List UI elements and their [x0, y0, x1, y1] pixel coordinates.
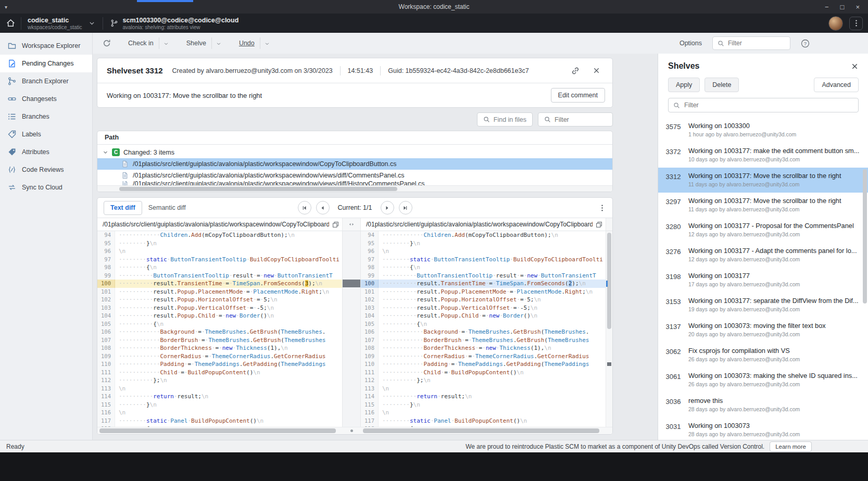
- code-text: ········static·Panel·BuildPopupContent()…: [379, 417, 527, 425]
- file-path: /01plastic/src/client/guiplastic/avaloni…: [133, 160, 397, 168]
- sidebar-item-labels[interactable]: Labels: [0, 125, 92, 143]
- options-button[interactable]: Options: [680, 40, 702, 47]
- code-review-icon: [8, 166, 16, 174]
- minimize-button[interactable]: −: [825, 3, 829, 11]
- sidebar-item-pending-changes[interactable]: Pending Changes: [0, 55, 92, 72]
- scrollbar-thumb[interactable]: [607, 233, 611, 329]
- sidebar-item-branch-explorer[interactable]: Branch Explorer: [0, 72, 92, 90]
- changed-files-card: Path C Changed: 3 items /01plastic/src/c…: [97, 131, 613, 192]
- first-diff-button[interactable]: [297, 201, 311, 214]
- undo-dropdown[interactable]: [260, 37, 274, 49]
- apply-shelve-button[interactable]: Apply: [668, 78, 700, 92]
- window-title: Workspace: codice_static: [0, 3, 868, 10]
- shelf-row-3036[interactable]: 3036remove this28 days ago by alvaro.ber…: [658, 393, 868, 417]
- close-shelveset-button[interactable]: [588, 63, 604, 79]
- tab-text-diff[interactable]: Text diff: [104, 201, 142, 215]
- shelf-row-3372[interactable]: 3372Working on 1003177: make the edit co…: [658, 143, 868, 168]
- line-number: 106: [97, 328, 115, 336]
- checkin-button[interactable]: Check in: [123, 36, 173, 50]
- refresh-button[interactable]: [99, 35, 115, 51]
- shelve-dropdown[interactable]: [211, 37, 225, 49]
- shelf-row-3061[interactable]: 3061Working on 1003073: making the shelv…: [658, 368, 868, 393]
- splitter-grip[interactable]: [342, 427, 361, 434]
- files-filter[interactable]: [538, 112, 613, 126]
- diff-left-horizontal-scrollbar[interactable]: [97, 427, 342, 434]
- shelf-title: remove this: [688, 396, 861, 404]
- next-diff-button[interactable]: [381, 201, 394, 214]
- line-number: 108: [361, 344, 379, 352]
- avatar[interactable]: [828, 16, 843, 31]
- expander-chevron-icon[interactable]: [103, 149, 108, 155]
- shelve-label: Shelve: [181, 36, 211, 50]
- shelf-row-3297[interactable]: 3297Working on 1003177: Move the scrollb…: [658, 193, 868, 218]
- sidebar-item-changesets[interactable]: Changesets: [0, 90, 92, 108]
- open-in-window-button[interactable]: [332, 221, 339, 228]
- line-number: 109: [361, 352, 379, 361]
- shelf-row-3153[interactable]: 3153Working on 1003177: separate the Dif…: [658, 293, 868, 318]
- edit-comment-button[interactable]: Edit comment: [551, 88, 605, 103]
- shelves-filter[interactable]: [668, 98, 859, 112]
- shelves-filter-input[interactable]: [684, 102, 853, 109]
- shelves-scrollbar[interactable]: [863, 164, 867, 438]
- delete-shelve-button[interactable]: Delete: [705, 78, 739, 92]
- shelf-row-3312[interactable]: 3312Working on 1003177: Move the scrollb…: [658, 168, 868, 193]
- tab-semantic-diff[interactable]: Semantic diff: [142, 201, 192, 215]
- checkin-dropdown[interactable]: [159, 37, 173, 49]
- find-in-files-button[interactable]: Find in files: [477, 112, 533, 126]
- scrollbar-thumb[interactable]: [99, 428, 336, 433]
- diff-line-108: 108············BorderThickness·=·new·Thi…: [97, 344, 342, 352]
- last-diff-button[interactable]: [399, 201, 412, 214]
- copy-link-button[interactable]: [568, 63, 583, 79]
- diff-vertical-scrollbar[interactable]: [606, 231, 612, 427]
- scrollbar-thumb[interactable]: [863, 169, 867, 303]
- changesets-icon: [8, 95, 16, 103]
- sidebar-item-attributes[interactable]: Attributes: [0, 143, 92, 161]
- file-row[interactable]: /01plastic/src/client/guiplastic/avaloni…: [97, 181, 612, 185]
- path-column-header[interactable]: Path: [97, 131, 612, 145]
- sidebar-item-branches[interactable]: Branches: [0, 108, 92, 125]
- changed-badge: C: [112, 148, 120, 156]
- scrollbar-thumb[interactable]: [119, 187, 397, 191]
- scrollbar-thumb[interactable]: [363, 428, 599, 433]
- undo-button[interactable]: Undo: [234, 36, 274, 50]
- shelf-row-3062[interactable]: 3062Fix csprojs for compilation with VS2…: [658, 343, 868, 368]
- sidebar-item-label: Branches: [22, 113, 49, 120]
- maximize-button[interactable]: □: [840, 3, 845, 11]
- shelf-meta: 19 days ago by alvaro.berruezo@unity3d.c…: [688, 306, 861, 312]
- changed-group-row[interactable]: C Changed: 3 items: [97, 146, 612, 158]
- shelf-meta: 11 days ago by alvaro.berruezo@unity3d.c…: [688, 181, 861, 187]
- files-filter-input[interactable]: [555, 116, 607, 123]
- toolbar-filter-input[interactable]: [728, 40, 785, 47]
- close-shelves-button[interactable]: [851, 62, 859, 70]
- shelf-row-3031[interactable]: 3031Working on 100307328 days ago by alv…: [658, 417, 868, 440]
- shelf-row-3575[interactable]: 3575Working on 10033001 hour ago by alva…: [658, 118, 868, 143]
- file-row[interactable]: /01plastic/src/client/guiplastic/avaloni…: [97, 158, 612, 170]
- shelf-row-3137[interactable]: 3137Working on 1003073: moving the filte…: [658, 318, 868, 343]
- close-window-button[interactable]: ×: [856, 3, 860, 11]
- help-button[interactable]: ?: [801, 39, 810, 48]
- swap-panes-icon[interactable]: [348, 221, 355, 227]
- shelf-row-3280[interactable]: 3280Working on 1003177 - Proposal for th…: [658, 218, 868, 243]
- home-button[interactable]: [0, 19, 21, 28]
- advanced-button[interactable]: Advanced: [814, 78, 859, 92]
- sidebar-item-sync-to-cloud[interactable]: Sync to Cloud: [0, 179, 92, 196]
- previous-diff-button[interactable]: [316, 201, 329, 214]
- shelf-row-3198[interactable]: 3198Working on 100317717 days ago by alv…: [658, 268, 868, 293]
- shelve-button[interactable]: Shelve: [181, 36, 225, 50]
- diff-right-horizontal-scrollbar[interactable]: [361, 427, 606, 434]
- sidebar-item-workspace-explorer[interactable]: Workspace Explorer: [0, 37, 92, 55]
- shelf-row-3276[interactable]: 3276Working on 1003177 - Adapt the comme…: [658, 243, 868, 268]
- learn-more-button[interactable]: Learn more: [770, 441, 812, 452]
- branch-info[interactable]: scm1003300@codice@codice@cloud avalonia:…: [103, 17, 246, 30]
- file-row[interactable]: /01plastic/src/client/guiplastic/avaloni…: [97, 170, 612, 181]
- open-in-window-button[interactable]: [596, 221, 602, 228]
- diff-options-button[interactable]: [598, 204, 606, 212]
- statusbar-message: We are proud to reintroduce Plastic SCM …: [466, 443, 764, 450]
- workspace-selector[interactable]: codice_static wkspaces/codice_static: [21, 17, 103, 30]
- link-icon: [571, 67, 580, 75]
- code-text: ··········result.Popup.VerticalOffset·=·…: [115, 304, 274, 312]
- sidebar-item-code-reviews[interactable]: Code Reviews: [0, 161, 92, 179]
- files-horizontal-scrollbar[interactable]: [97, 185, 612, 192]
- toolbar-filter[interactable]: [712, 36, 790, 50]
- header-menu-button[interactable]: [849, 17, 863, 30]
